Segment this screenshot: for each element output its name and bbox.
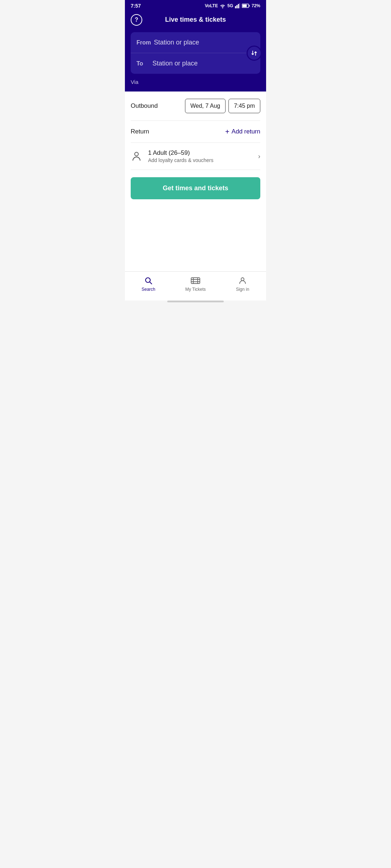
outbound-date-button[interactable]: Wed, 7 Aug — [185, 99, 226, 113]
outbound-row: Outbound Wed, 7 Aug 7:45 pm — [131, 92, 260, 121]
sign-in-nav-label: Sign in — [236, 287, 249, 292]
svg-rect-2 — [238, 4, 239, 8]
search-nav-label: Search — [142, 287, 155, 292]
from-placeholder: Station or place — [154, 39, 199, 46]
status-icons: VoLTE 5G 72% — [205, 3, 260, 8]
return-row: Return + Add return — [131, 121, 260, 143]
chevron-right-icon: › — [258, 153, 260, 160]
svg-rect-10 — [191, 278, 200, 284]
person-icon — [131, 150, 142, 162]
battery-icon — [242, 4, 250, 8]
svg-point-15 — [241, 278, 244, 281]
page-title: Live times & tickets — [165, 16, 226, 24]
svg-point-7 — [135, 152, 138, 156]
to-input[interactable]: To Station or place — [131, 53, 260, 74]
help-icon: ? — [135, 17, 138, 23]
svg-rect-3 — [239, 3, 240, 8]
svg-rect-6 — [249, 5, 249, 7]
get-times-button[interactable]: Get times and tickets — [131, 177, 260, 199]
passengers-subtext: Add loyalty cards & vouchers — [148, 157, 258, 163]
search-nav-icon — [144, 276, 153, 285]
via-link[interactable]: Via — [131, 78, 138, 86]
home-indicator — [167, 301, 224, 302]
passengers-count: 1 Adult (26–59) — [148, 149, 258, 157]
sign-in-nav-icon — [238, 276, 247, 285]
from-input[interactable]: From Station or place — [131, 32, 260, 53]
add-return-label: Add return — [232, 128, 260, 135]
my-tickets-nav-label: My Tickets — [185, 287, 206, 292]
form-section: Outbound Wed, 7 Aug 7:45 pm Return + Add… — [125, 92, 266, 238]
battery-percent: 72% — [252, 3, 260, 8]
network-badge: 5G — [227, 3, 233, 8]
outbound-label: Outbound — [131, 102, 182, 110]
outbound-time-button[interactable]: 7:45 pm — [228, 99, 260, 113]
from-label: From — [136, 39, 151, 46]
search-section: From Station or place To Station or plac… — [125, 29, 266, 92]
status-bar: 7:57 VoLTE 5G 72% — [125, 0, 266, 12]
passengers-row[interactable]: 1 Adult (26–59) Add loyalty cards & vouc… — [131, 143, 260, 170]
passengers-info: 1 Adult (26–59) Add loyalty cards & vouc… — [148, 149, 258, 163]
station-inputs-container: From Station or place To Station or plac… — [131, 32, 260, 74]
app-header: ? Live times & tickets — [125, 12, 266, 29]
status-time: 7:57 — [131, 3, 141, 9]
to-label: To — [136, 60, 150, 67]
help-button[interactable]: ? — [131, 14, 142, 26]
nav-item-search[interactable]: Search — [125, 276, 172, 292]
add-return-button[interactable]: + Add return — [225, 128, 260, 135]
svg-rect-5 — [242, 5, 247, 7]
svg-line-9 — [150, 282, 152, 284]
nav-item-sign-in[interactable]: Sign in — [219, 276, 266, 292]
swap-button[interactable] — [247, 46, 262, 61]
plus-icon: + — [225, 128, 230, 135]
signal-icon — [235, 3, 240, 8]
svg-rect-0 — [235, 6, 236, 8]
return-label: Return — [131, 128, 225, 135]
empty-space — [125, 238, 266, 272]
to-placeholder: Station or place — [152, 60, 198, 67]
wifi-icon — [220, 3, 226, 8]
bottom-nav: Search My Tickets Sign in — [125, 271, 266, 301]
volte-icon: VoLTE — [205, 3, 218, 8]
svg-rect-1 — [236, 5, 237, 8]
nav-item-my-tickets[interactable]: My Tickets — [172, 276, 219, 292]
tickets-nav-icon — [191, 276, 200, 285]
